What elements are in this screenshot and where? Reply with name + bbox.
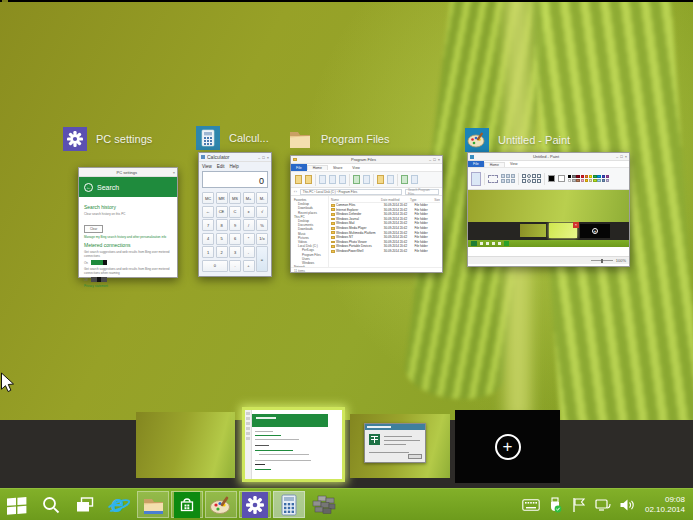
action-center-flag-icon[interactable]: [569, 489, 589, 520]
settings-button[interactable]: [238, 489, 272, 520]
toggle-off-state: Off: [84, 278, 88, 282]
desktop-thumbnail-2-selected[interactable]: [242, 407, 345, 482]
canvas-plus-icon: +: [592, 228, 598, 234]
explorer-search-box: Search Program Files: [405, 189, 439, 195]
close-icon: ×: [267, 155, 269, 160]
window-thumb-calculator[interactable]: Calculator – □ × View Edit Help 0 MCMRMS…: [198, 152, 272, 277]
mini-dialog-app-icon: [369, 434, 380, 445]
calculator-titlebar-icon: [201, 155, 205, 159]
paint-palette-row1: [568, 175, 609, 178]
plus-icon: +: [495, 434, 521, 460]
close-icon: ×: [438, 157, 440, 162]
explorer-titlebar: Program Files – □ ×: [291, 156, 442, 164]
calculator-key: MS: [229, 192, 241, 204]
back-icon: ←: [84, 183, 93, 192]
calculator-key: CE: [216, 206, 228, 218]
settings-window-title: PC settings: [81, 170, 173, 175]
desktop-thumbnail-3[interactable]: [350, 414, 450, 478]
color2-swatch: [558, 175, 565, 182]
palette-color: [576, 175, 579, 178]
volume-icon[interactable]: [617, 489, 637, 520]
calculator-key: -: [243, 246, 255, 258]
paint-titlebar: Untitled - Paint – □ ×: [468, 153, 629, 161]
internet-explorer-button[interactable]: e: [102, 489, 136, 520]
nav-tree-item: Network: [291, 265, 328, 267]
task-view-button[interactable]: [68, 489, 102, 520]
maximize-icon: □: [262, 155, 264, 160]
taskview-app-label-pc-settings[interactable]: PC settings: [63, 127, 152, 151]
taskbar: e: [0, 488, 693, 520]
explorer-ribbon-tabs: FileHomeShareView: [291, 164, 442, 172]
calculator-window-title: Calculator: [207, 154, 258, 160]
window-thumb-program-files[interactable]: Program Files – □ × FileHomeShareView ‹ …: [290, 155, 443, 273]
taskview-app-label-calculator[interactable]: Calcul...: [196, 126, 269, 150]
palette-color: [593, 179, 596, 182]
palette-color: [606, 175, 609, 178]
calculator-key: C: [229, 206, 241, 218]
desktop-thumbnail-1[interactable]: [136, 412, 235, 478]
calculator-key: +: [243, 260, 255, 272]
calculator-display: 0: [202, 171, 268, 188]
canvas-close-badge: ×: [573, 222, 579, 228]
mini-settings-header: [252, 414, 328, 427]
taskview-app-label-program-files[interactable]: Program Files: [288, 127, 389, 151]
menu-view: View: [202, 164, 212, 169]
calculator-key: 1: [202, 246, 214, 258]
column-header: Type: [410, 198, 434, 202]
paint-ribbon-tabs: FileHomeView: [468, 161, 629, 168]
paint-icon: [465, 128, 489, 152]
safely-remove-hardware-icon[interactable]: [545, 489, 565, 520]
canvas-thumb-1: [520, 224, 546, 237]
calculator-key: MC: [202, 192, 214, 204]
calculator-key: =: [256, 246, 268, 272]
calculator-key: /: [243, 219, 255, 231]
minimize-icon: –: [616, 154, 618, 159]
settings-body: Search history Clear search history on t…: [79, 197, 177, 292]
palette-color: [597, 179, 600, 182]
calculator-key: 0: [202, 260, 228, 272]
paint-button[interactable]: [204, 489, 238, 520]
toggle-on-state: On: [84, 261, 88, 265]
add-desktop-button[interactable]: +: [455, 410, 560, 483]
palette-color: [581, 175, 584, 178]
close-icon: ×: [625, 154, 627, 159]
bricks-app-button[interactable]: [306, 489, 340, 520]
color1-swatch: [548, 175, 555, 182]
palette-color: [602, 175, 605, 178]
palette-color: [581, 179, 584, 182]
manage-link: Manage my Bing search history and other …: [84, 235, 172, 239]
start-button[interactable]: [0, 489, 34, 520]
taskbar-clock[interactable]: 09:08 02.10.2014: [641, 495, 689, 515]
palette-color: [572, 175, 575, 178]
palette-color: [572, 179, 575, 182]
menu-help: Help: [229, 164, 238, 169]
ribbon-tab: Home: [307, 165, 328, 170]
calculator-button[interactable]: [272, 489, 306, 520]
window-thumb-pc-settings[interactable]: PC settings × ← Search Search history Cl…: [78, 167, 178, 278]
palette-color: [597, 175, 600, 178]
touch-keyboard-icon[interactable]: [521, 489, 541, 520]
toggle-off-text: Get search suggestions and web results f…: [84, 267, 172, 275]
explorer-ribbon: [291, 172, 442, 188]
window-thumb-paint[interactable]: Untitled - Paint – □ × FileHomeView: [467, 152, 630, 267]
mini-dialog-window: [364, 423, 426, 463]
shapes-group: [522, 174, 541, 183]
search-button[interactable]: [34, 489, 68, 520]
settings-titlebar: PC settings ×: [79, 168, 177, 177]
calculator-key: .: [229, 260, 241, 272]
zoom-level: 100%: [616, 258, 626, 263]
search-history-heading: Search history: [84, 204, 172, 210]
store-button[interactable]: [170, 489, 204, 520]
calculator-key: 7: [202, 219, 214, 231]
bricks-icon: [310, 493, 336, 517]
desktops-band: [0, 420, 693, 488]
paste-icon: [471, 172, 481, 186]
calculator-icon: [196, 126, 220, 150]
palette-color: [606, 179, 609, 182]
toggle-off: [91, 277, 107, 282]
network-icon[interactable]: [593, 489, 613, 520]
zoom-slider: [591, 260, 613, 261]
menu-edit: Edit: [217, 164, 225, 169]
taskview-app-label-paint[interactable]: Untitled - Paint: [465, 128, 570, 152]
file-explorer-button[interactable]: [136, 489, 170, 520]
